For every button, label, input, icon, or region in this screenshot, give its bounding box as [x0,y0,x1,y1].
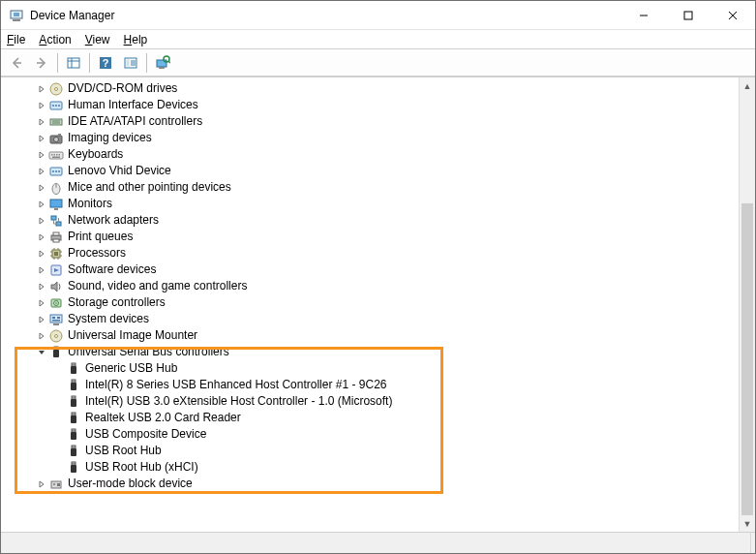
svg-rect-76 [52,320,60,322]
expand-arrow-icon[interactable] [35,250,48,258]
svg-rect-110 [73,463,74,464]
expand-arrow-icon[interactable] [35,299,48,307]
tree-node[interactable]: Print queues [4,229,739,245]
tree-node-label: User-mode block device [68,476,193,492]
expand-arrow-icon[interactable] [35,217,48,225]
expand-arrow-icon[interactable] [35,184,48,192]
menu-action[interactable]: Action [39,33,71,46]
ide-icon [48,114,64,130]
svg-rect-48 [54,208,58,210]
tree-node[interactable]: Processors [4,245,739,262]
expand-arrow-icon[interactable] [35,135,48,142]
tree-node[interactable]: Keyboards [4,146,739,163]
expand-arrow-icon[interactable] [35,200,48,208]
tree-node[interactable]: Sound, video and game controllers [4,278,739,294]
scroll-down-button[interactable]: ▼ [740,515,755,532]
tree-node-label: USB Root Hub [85,443,162,459]
tree-node[interactable]: Imaging devices [4,130,739,146]
svg-rect-38 [56,154,58,156]
expand-arrow-icon[interactable] [35,168,48,175]
tree-node[interactable]: Intel(R) 8 Series USB Enhanced Host Cont… [4,377,739,393]
scroll-thumb[interactable] [741,203,753,515]
tree-node[interactable]: IDE ATA/ATAPI controllers [4,113,739,130]
menu-help[interactable]: Help [124,33,148,46]
svg-rect-2 [13,19,20,21]
tree-node[interactable]: DVD/CD-ROM drives [4,80,739,97]
scroll-up-button[interactable]: ▲ [740,77,755,94]
minimize-button[interactable] [621,1,666,29]
storage-icon [48,295,64,311]
tree-node[interactable]: USB Composite Device [4,426,739,443]
svg-point-33 [54,137,59,141]
window-title: Device Manager [30,9,621,22]
close-button[interactable] [711,1,755,29]
tree-node[interactable]: Lenovo Vhid Device [4,163,739,179]
tree-node[interactable]: USB Root Hub (xHCI) [4,459,739,476]
svg-rect-85 [71,366,76,374]
svg-rect-34 [58,134,61,136]
tree-node[interactable]: Storage controllers [4,294,739,311]
expand-arrow-icon[interactable] [35,480,48,488]
tree-node[interactable]: Generic USB Hub [4,360,739,377]
usb-icon [66,394,81,410]
tree-node[interactable]: Monitors [4,196,739,212]
expand-arrow-icon[interactable] [35,85,48,93]
svg-rect-40 [52,156,60,158]
usb-icon [66,427,81,443]
menu-view[interactable]: View [85,33,110,46]
svg-point-113 [53,483,55,485]
tree-node[interactable]: Universal Image Mounter [4,327,739,344]
device-tree[interactable]: DVD/CD-ROM drivesHuman Interface Devices… [1,77,739,532]
tree-node[interactable]: USB Root Hub [4,443,739,459]
expand-arrow-icon[interactable] [35,283,48,291]
svg-point-44 [58,170,60,172]
svg-line-22 [168,61,170,63]
tree-node[interactable]: Universal Serial Bus controllers [4,344,739,360]
usb-icon [66,378,81,393]
expand-arrow-icon[interactable] [35,233,48,241]
tree-node[interactable]: Realtek USB 2.0 Card Reader [4,410,739,426]
svg-rect-97 [71,416,76,423]
tree-node-label: Monitors [68,196,112,212]
svg-point-79 [55,334,58,337]
help-button[interactable]: ? [94,51,117,75]
collapse-arrow-icon[interactable] [35,349,48,356]
properties-button[interactable] [119,51,142,75]
status-cell [5,533,751,553]
back-button[interactable] [5,51,28,75]
tree-node[interactable]: Human Interface Devices [4,97,739,113]
svg-rect-77 [53,323,59,325]
svg-rect-98 [73,414,74,415]
tree-node[interactable]: User-mode block device [4,476,739,492]
svg-rect-49 [51,216,56,220]
maximize-button[interactable] [666,1,711,29]
menu-file[interactable]: File [7,33,25,46]
tree-node-label: Network adapters [68,212,159,229]
svg-rect-37 [54,154,56,156]
expand-arrow-icon[interactable] [35,151,48,159]
tree-node[interactable]: Mice and other pointing devices [4,179,739,196]
show-hide-tree-button[interactable] [62,51,85,75]
svg-rect-20 [159,67,165,69]
scan-hardware-button[interactable] [151,51,174,75]
scroll-track[interactable] [740,94,755,515]
forward-button[interactable] [30,51,53,75]
tree-node-label: Universal Image Mounter [68,327,197,344]
window-controls [621,1,755,29]
expand-arrow-icon[interactable] [35,316,48,323]
tree-node[interactable]: Intel(R) USB 3.0 eXtensible Host Control… [4,393,739,410]
tree-node[interactable]: Software devices [4,262,739,278]
svg-rect-102 [73,430,74,431]
svg-rect-94 [73,397,74,398]
expand-arrow-icon[interactable] [35,118,48,126]
vertical-scrollbar[interactable]: ▲ ▼ [739,77,755,532]
block-icon [48,477,64,492]
tree-node[interactable]: System devices [4,311,739,327]
statusbar [1,532,755,553]
expand-arrow-icon[interactable] [35,102,48,109]
tree-node-label: Generic USB Hub [85,360,177,377]
tree-node[interactable]: Network adapters [4,212,739,229]
expand-arrow-icon[interactable] [35,332,48,340]
expand-arrow-icon[interactable] [35,266,48,274]
svg-rect-74 [52,317,55,319]
